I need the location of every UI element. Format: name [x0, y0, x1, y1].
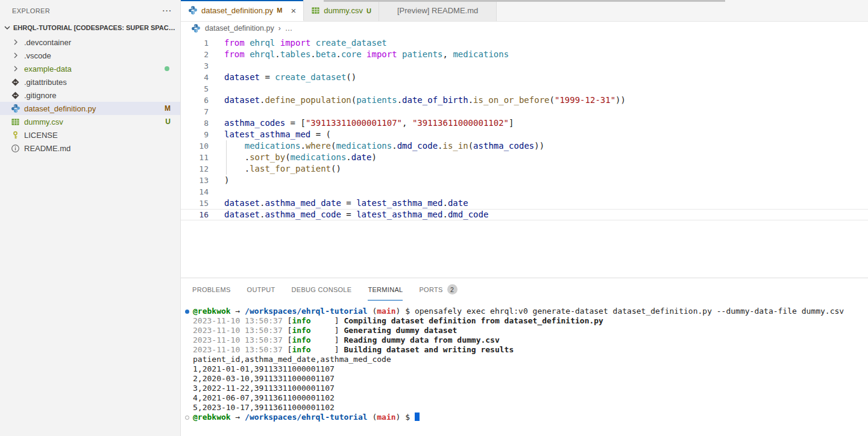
code-line-6[interactable]: 6dataset.define_population(patients.date… — [181, 95, 868, 106]
line-number: 15 — [181, 198, 209, 209]
close-icon[interactable]: × — [291, 6, 296, 15]
terminal-line: 2023-11-10 13:50:37 [info ] Compiling da… — [181, 316, 868, 326]
code-line-5[interactable]: 5 — [181, 83, 868, 95]
panel-tab-label: TERMINAL — [368, 286, 403, 293]
terminal-line: 2023-11-10 13:50:37 [info ] Reading dumm… — [181, 335, 868, 345]
line-number: 14 — [181, 186, 209, 198]
code-text: from ehrql import create_dataset — [209, 37, 387, 49]
tree-item--gitignore[interactable]: .gitignore — [0, 89, 180, 102]
code-line-8[interactable]: 8asthma_codes = ["39113311000001107", "3… — [181, 117, 868, 129]
panel-tab-label: PORTS — [419, 286, 442, 293]
git-status-badge: M — [165, 104, 171, 113]
tree-item--devcontainer[interactable]: .devcontainer — [0, 36, 180, 49]
editor-main-area: dataset_definition.pyM×dummy.csvU[Previe… — [181, 0, 868, 436]
code-line-13[interactable]: 13) — [181, 175, 868, 186]
tab-dummy-csv[interactable]: dummy.csvU — [304, 0, 379, 21]
workspace-root-item[interactable]: EHRQL-TUTORIAL [CODESPACES: SUPER SPACE … — [0, 21, 180, 34]
tree-item--vscode[interactable]: .vscode — [0, 49, 180, 62]
line-number: 8 — [181, 117, 209, 129]
code-text — [209, 83, 224, 95]
python-icon — [188, 5, 198, 15]
explorer-sidebar: EXPLORER ⋯ EHRQL-TUTORIAL [CODESPACES: S… — [0, 0, 181, 436]
breadcrumb[interactable]: dataset_definition.py › … — [181, 22, 868, 35]
chevron-right-icon: › — [278, 24, 281, 33]
code-line-7[interactable]: 7 — [181, 106, 868, 117]
file-tree: .devcontainer.vscodeexample-data.gitattr… — [0, 34, 180, 155]
breadcrumb-file[interactable]: dataset_definition.py — [205, 24, 274, 33]
code-text — [209, 60, 224, 72]
code-text: .sort_by(medications.date) — [209, 152, 377, 163]
terminal-line: 2023-11-10 13:50:37 [info ] Generating d… — [181, 326, 868, 335]
panel-tab-output[interactable]: OUTPUT — [247, 278, 275, 301]
code-line-9[interactable]: 9latest_asthma_med = ( — [181, 129, 868, 140]
chevron-right-icon — [11, 37, 24, 47]
code-line-3[interactable]: 3 — [181, 60, 868, 72]
breadcrumb-more[interactable]: … — [285, 24, 293, 33]
panel-tab-label: OUTPUT — [247, 286, 275, 293]
tab--preview-readme-md[interactable]: [Preview] README.md — [379, 0, 497, 21]
tree-item-label: dummy.csv — [24, 117, 63, 126]
tree-item-label: LICENSE — [24, 131, 58, 140]
tree-item-license[interactable]: LICENSE — [0, 128, 180, 142]
chevron-right-icon — [11, 64, 24, 73]
line-number: 5 — [181, 83, 209, 95]
line-number: 11 — [181, 152, 209, 163]
tree-item-dummy-csv[interactable]: dummy.csvU — [0, 115, 180, 128]
tree-item-readme-md[interactable]: README.md — [0, 142, 180, 155]
terminal-line: 2,2020-03-10,39113311000001107 — [181, 374, 868, 384]
tab-git-status-badge: U — [366, 7, 371, 14]
tab-dataset-definition-py[interactable]: dataset_definition.pyM× — [181, 0, 304, 21]
tree-item-label: .vscode — [24, 51, 51, 60]
panel-tab-debug-console[interactable]: DEBUG CONSOLE — [292, 278, 352, 301]
line-number: 4 — [181, 72, 209, 83]
tree-item-dataset-definition-py[interactable]: dataset_definition.pyM — [0, 102, 180, 115]
key-icon — [11, 131, 24, 140]
terminal-line: 5,2023-10-17,39113611000001102 — [181, 403, 868, 413]
code-line-11[interactable]: 11 .sort_by(medications.date) — [181, 152, 868, 163]
python-icon — [11, 104, 24, 113]
python-icon — [191, 23, 201, 33]
tree-item-label: .devcontainer — [24, 38, 71, 47]
panel-tab-label: DEBUG CONSOLE — [292, 286, 352, 293]
tree-item-example-data[interactable]: example-data — [0, 62, 180, 75]
more-actions-icon[interactable]: ⋯ — [162, 6, 172, 16]
command-decoration-icon[interactable] — [185, 310, 189, 314]
code-text: .last_for_patient() — [209, 163, 341, 175]
chevron-right-icon — [11, 51, 24, 60]
code-text — [209, 106, 224, 117]
code-editor[interactable]: 1from ehrql import create_dataset2from e… — [181, 35, 868, 278]
explorer-header: EXPLORER ⋯ — [0, 0, 180, 21]
code-line-2[interactable]: 2from ehrql.tables.beta.core import pati… — [181, 49, 868, 60]
terminal[interactable]: @rebkwok → /workspaces/ehrql-tutorial (m… — [181, 301, 868, 436]
terminal-line: @rebkwok → /workspaces/ehrql-tutorial (m… — [181, 307, 868, 316]
terminal-line: 1,2021-01-01,39113311000001107 — [181, 364, 868, 374]
code-text: dataset.asthma_med_code = latest_asthma_… — [209, 209, 488, 220]
tree-item-label: .gitattributes — [24, 78, 67, 87]
panel-tab-problems[interactable]: PROBLEMS — [192, 278, 231, 301]
panel-tab-ports[interactable]: PORTS2 — [419, 278, 457, 301]
code-line-1[interactable]: 1from ehrql import create_dataset — [181, 37, 868, 49]
line-number: 12 — [181, 163, 209, 175]
code-text: ) — [209, 175, 229, 186]
tree-item-label: example-data — [24, 64, 72, 73]
explorer-title: EXPLORER — [12, 7, 50, 14]
code-text: medications.where(medications.dmd_code.i… — [209, 140, 544, 152]
terminal-line: 3,2022-11-22,39113311000001107 — [181, 384, 868, 393]
panel-tab-terminal[interactable]: TERMINAL — [368, 278, 403, 301]
code-line-12[interactable]: 12 .last_for_patient() — [181, 163, 868, 175]
code-line-15[interactable]: 15dataset.asthma_med_date = latest_asthm… — [181, 198, 868, 209]
line-number: 10 — [181, 140, 209, 152]
code-line-4[interactable]: 4dataset = create_dataset() — [181, 72, 868, 83]
tree-item--gitattributes[interactable]: .gitattributes — [0, 75, 180, 89]
tab-scrollbar[interactable] — [324, 0, 725, 2]
terminal-line: 2023-11-10 13:50:37 [info ] Building dat… — [181, 345, 868, 355]
code-line-14[interactable]: 14 — [181, 186, 868, 198]
csv-icon — [11, 117, 24, 126]
code-line-16[interactable]: 16dataset.asthma_med_code = latest_asthm… — [181, 209, 868, 220]
git-icon — [11, 91, 24, 100]
code-text: dataset.asthma_med_date = latest_asthma_… — [209, 198, 468, 209]
code-line-10[interactable]: 10 medications.where(medications.dmd_cod… — [181, 140, 868, 152]
bottom-panel: PROBLEMSOUTPUTDEBUG CONSOLETERMINALPORTS… — [181, 278, 868, 436]
line-number: 1 — [181, 37, 209, 49]
command-decoration-outline-icon[interactable] — [185, 416, 189, 420]
